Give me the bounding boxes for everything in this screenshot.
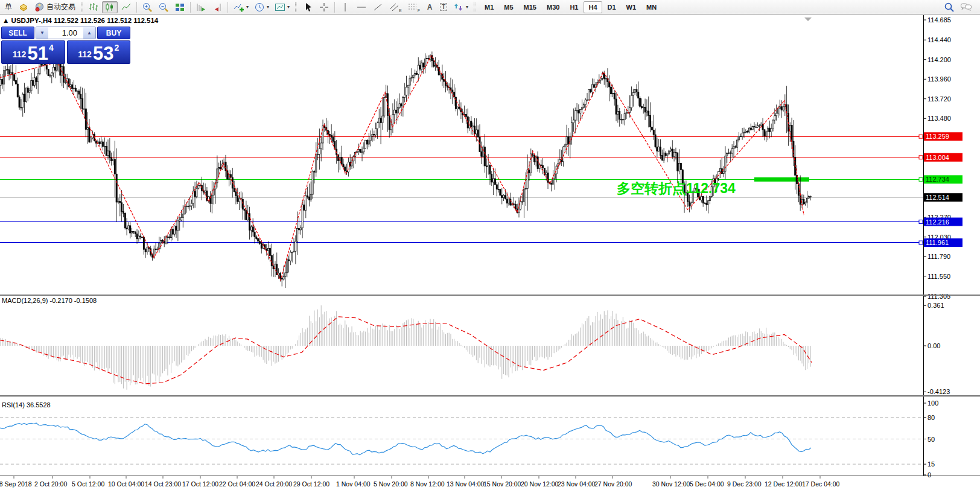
price-tick-label: 111.550 [928,273,950,280]
zoom-in-icon [142,2,153,13]
templates-dropdown-caret[interactable]: ▾ [287,4,290,10]
autotrading-button[interactable]: 自动交易 [32,1,78,13]
tile-windows-button[interactable] [172,1,188,13]
chart-canvas[interactable]: 多空转折点112.734▲ USDJPY-,H4 112.522 112.526… [0,15,980,490]
price-level-badge-label: 112.216 [926,218,949,226]
time-axis-label: 23 Nov 04:00 [558,480,596,488]
timeframe-w1[interactable]: W1 [622,1,641,13]
volume-up-icon: ▲ [87,30,92,36]
buy-price-small: 112 [78,49,92,59]
main-price-pane: 多空转折点112.734▲ USDJPY-,H4 112.522 112.526… [0,17,923,288]
time-axis-label: 8 Nov 12:00 [410,480,445,488]
arrows-icon [453,2,464,13]
arrows-dropdown-caret[interactable]: ▾ [466,4,468,10]
channel-sub-glyph: E [399,8,402,13]
vertical-line-icon [340,2,351,13]
arrows-button[interactable]: ▾ [451,1,471,13]
vertical-line-button[interactable] [337,1,353,13]
timeframe-m1[interactable]: M1 [480,1,498,13]
rsi-axis-label: 100 [928,399,938,407]
price-level-badge-label: 112.514 [926,194,949,201]
price-axis: 114.685114.440114.200113.960113.720113.4… [919,15,962,476]
sell-button-label: SELL [8,29,27,37]
chart-shift-button[interactable] [209,1,225,13]
volume-stepper: ▼ 1.00 ▲ [36,27,96,39]
cursor-button[interactable] [300,1,316,13]
crosshair-button[interactable] [316,1,332,13]
rsi-axis-label: 0 [928,471,931,479]
toolbar-separator [190,2,191,13]
toolbar-drag-handle[interactable] [81,2,83,12]
timeframe-d1[interactable]: D1 [603,1,621,13]
fibonacci-icon [407,2,417,13]
text-button[interactable]: A [423,1,436,13]
auto-scroll-icon [196,2,206,13]
time-axis-label: 5 Nov 20:00 [374,480,408,488]
time-axis-label: 1 Nov 04:00 [336,480,371,488]
volume-increase-button[interactable]: ▲ [83,27,95,39]
autotrading-label: 自动交易 [46,2,75,12]
sell-button[interactable]: SELL [1,27,34,39]
timeframe-h4[interactable]: H4 [584,1,602,13]
timeframe-m5[interactable]: M5 [499,1,518,13]
timeframe-h1[interactable]: H1 [565,1,583,13]
price-level-badge-label: 113.004 [926,154,949,161]
equidistant-channel-button[interactable]: E [386,1,404,13]
macd-axis-label: 0.00 [928,342,940,349]
time-axis-label: 13 Nov 04:00 [447,480,485,488]
new-order-label: 单 [5,2,12,12]
time-axis-label: 24 Oct 20:00 [256,480,292,488]
buy-price-sup: 2 [114,43,119,52]
indicators-button[interactable]: ▾ [231,1,251,13]
bar-chart-button[interactable] [86,1,101,13]
templates-button[interactable]: ▾ [272,1,292,13]
new-order-button[interactable]: 单 [2,1,15,13]
sell-price-big: 51 [27,46,48,62]
search-button[interactable] [941,1,957,13]
volume-decrease-button[interactable]: ▼ [36,27,48,39]
indicators-dropdown-caret[interactable]: ▾ [246,4,249,10]
time-axis-label: 17 Oct 12:00 [182,480,218,488]
buy-button[interactable]: BUY [97,27,130,39]
chart-window[interactable]: 多空转折点112.734▲ USDJPY-,H4 112.522 112.526… [0,15,980,490]
timeframe-m30[interactable]: M30 [542,1,564,13]
candlestick-chart-button[interactable] [102,1,118,13]
buy-price-box[interactable]: 112532 [67,40,131,64]
auto-scroll-button[interactable] [193,1,209,13]
buy-button-label: BUY [106,29,121,37]
time-axis-label: 28 Sep 2018 [0,480,32,488]
clock-icon [254,2,265,13]
volume-input[interactable]: 1.00 [48,27,83,39]
time-axis-label: 5 Oct 12:00 [72,480,104,488]
sell-price-small: 112 [13,49,27,59]
periods-button[interactable]: ▾ [252,1,272,13]
rsi-line [0,423,811,455]
template-icon [275,2,285,12]
toolbar-drag-handle[interactable] [295,2,297,12]
zoom-out-button[interactable] [156,1,171,13]
timeframe-m15[interactable]: M15 [519,1,541,13]
fibonacci-button[interactable]: F [405,1,422,13]
horizontal-line-button[interactable] [354,1,369,13]
sell-price-box[interactable]: 112514 [1,40,65,64]
order-book-icon [18,2,29,12]
time-axis-label: 15 Nov 20:00 [483,480,521,488]
line-chart-button[interactable] [118,1,134,13]
trendline-icon [372,2,383,13]
price-tick-label: 113.720 [928,95,951,103]
highlighted-level-segment [754,177,809,182]
text-label-button[interactable]: T [437,1,450,13]
price-level-badge-label: 113.259 [926,133,949,140]
candlestick-icon [104,2,115,13]
horizontal-line-icon [356,2,367,13]
timeframe-mn[interactable]: MN [641,1,661,13]
chat-icon [960,2,972,13]
toolbar-drag-handle[interactable] [474,2,476,12]
toolbar-separator [136,2,137,13]
price-tick-label: 113.960 [928,75,951,83]
zoom-in-button[interactable] [139,1,155,13]
periods-dropdown-caret[interactable]: ▾ [267,4,269,10]
chat-button[interactable] [958,1,975,13]
order-book-button[interactable] [16,1,31,13]
trendline-button[interactable] [370,1,386,13]
